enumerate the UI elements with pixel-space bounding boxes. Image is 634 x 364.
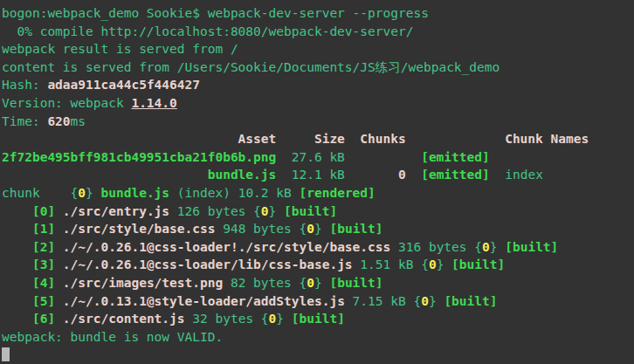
text-run: } <box>86 186 100 200</box>
text-run <box>55 222 63 236</box>
text-run: 32 bytes { <box>185 312 269 326</box>
text-run: adaa911ca44c5f446427 <box>47 78 200 92</box>
text-run: [built] <box>329 222 382 236</box>
text-run: } <box>490 240 505 254</box>
text-run: [emitted] <box>421 150 490 164</box>
terminal-line-8: 2f72be495bff981cb49951cba21f0b6b.png 27.… <box>2 148 634 167</box>
text-run <box>55 204 63 218</box>
terminal-line-9: bundle.js 12.1 kB 0 [emitted] index <box>2 166 634 184</box>
text-run <box>55 240 63 254</box>
text-run: ./~/.0.26.1@css-loader/lib/css-base.js <box>63 258 353 271</box>
terminal-line-12: [1] ./src/style/base.css 948 bytes {0} [… <box>2 220 634 238</box>
text-run: } <box>314 222 329 236</box>
text-run: 0 <box>307 276 314 290</box>
terminal-line-15: [4] ./src/images/test.png 82 bytes {0} [… <box>2 274 634 292</box>
text-run: 620 <box>47 114 70 128</box>
terminal-line-1: 0% compile http://localhost:8080/webpack… <box>2 23 634 41</box>
terminal-line-6: Time: 620ms <box>2 113 634 131</box>
text-run: 0 <box>261 204 269 218</box>
terminal-line-10: chunk {0} bundle.js (index) 10.2 kB [ren… <box>2 184 634 203</box>
text-run: Hash: <box>2 78 47 92</box>
text-run: 948 bytes { <box>215 222 307 236</box>
terminal-line-0: bogon:webpack_demo Sookie$ webpack-dev-s… <box>2 4 634 23</box>
text-run: 0 <box>307 222 314 236</box>
terminal-line-16: [5] ./~/.0.13.1@style-loader/addStyles.j… <box>2 292 634 311</box>
text-run: [3] <box>32 258 55 271</box>
terminal-line-5: Version: webpack 1.14.0 <box>2 94 634 113</box>
text-run: 126 bytes { <box>169 204 261 218</box>
text-run: chunk { <box>2 186 78 200</box>
text-run: [1] <box>32 222 55 236</box>
terminal-line-17: [6] ./src/content.js 32 bytes {0} [built… <box>2 310 634 328</box>
text-run <box>2 222 32 236</box>
text-run: bogon:webpack_demo Sookie$ webpack-dev-s… <box>2 6 429 20</box>
text-run <box>2 258 32 271</box>
text-run <box>2 276 32 290</box>
text-run: 0 <box>78 186 86 200</box>
terminal-cursor <box>2 347 10 361</box>
text-run: 27.6 kB <box>276 150 421 164</box>
text-run: [built] <box>329 276 382 290</box>
terminal-line-14: [3] ./~/.0.26.1@css-loader/lib/css-base.… <box>2 256 634 274</box>
text-run: } <box>269 204 284 218</box>
text-run: [6] <box>32 312 55 326</box>
text-run: } <box>314 276 329 290</box>
text-run <box>55 312 63 326</box>
text-run: Asset Size Chunks Chunk Names <box>2 132 589 146</box>
text-run: webpack: bundle is now VALID. <box>2 330 223 344</box>
text-run: [built] <box>505 240 558 254</box>
text-run <box>2 294 32 308</box>
text-run: index <box>490 168 543 182</box>
text-run: 0 <box>421 294 429 308</box>
text-run: bundle.js <box>101 186 170 200</box>
terminal-line-2: webpack result is served from / <box>2 40 634 58</box>
text-run: 7.15 kB { <box>345 294 421 308</box>
terminal-line-13: [2] ./~/.0.26.1@css-loader!./src/style/b… <box>2 238 634 257</box>
text-run: 82 bytes { <box>223 276 307 290</box>
terminal-line-3: content is served from /Users/Sookie/Doc… <box>2 58 634 77</box>
text-run: [built] <box>292 312 345 326</box>
text-run <box>55 258 63 271</box>
text-run: ./src/entry.js <box>63 204 169 218</box>
text-run: ./src/style/base.css <box>63 222 216 236</box>
text-run <box>55 294 63 308</box>
text-run: Version: webpack <box>2 96 131 110</box>
text-run: 1.14.0 <box>131 96 176 110</box>
text-run: 0 <box>269 312 277 326</box>
text-run: ms <box>71 114 86 128</box>
terminal-line-18: webpack: bundle is now VALID. <box>2 328 634 347</box>
text-run: 0 <box>482 240 490 254</box>
text-run: ./src/images/test.png <box>63 276 223 290</box>
text-run: 1.51 kB { <box>353 258 429 271</box>
text-run: content is served from /Users/Sookie/Doc… <box>2 60 500 74</box>
text-run: Time: <box>2 114 47 128</box>
text-run: ./src/content.js <box>63 312 185 326</box>
text-run: webpack result is served from / <box>2 42 238 56</box>
text-run <box>2 312 32 326</box>
text-run: [0] <box>32 204 55 218</box>
text-run: 2f72be495bff981cb49951cba21f0b6b.png <box>2 150 276 164</box>
text-run: [4] <box>32 276 55 290</box>
text-run: [built] <box>451 258 505 271</box>
terminal-line-7: Asset Size Chunks Chunk Names <box>2 130 634 148</box>
text-run: 0% compile http://localhost:8080/webpack… <box>2 24 413 38</box>
text-run: [5] <box>32 294 55 308</box>
text-run: [built] <box>444 294 497 308</box>
text-run: [2] <box>32 240 55 254</box>
text-run <box>406 168 421 182</box>
text-run: 0 <box>429 258 437 271</box>
text-run: } <box>437 258 451 271</box>
terminal-line-4: Hash: adaa911ca44c5f446427 <box>2 76 634 94</box>
text-run: 0 <box>398 168 406 182</box>
text-run: ./~/.0.26.1@css-loader!./src/style/base.… <box>63 240 390 254</box>
text-run: 316 bytes { <box>390 240 482 254</box>
terminal[interactable]: bogon:webpack_demo Sookie$ webpack-dev-s… <box>0 0 634 364</box>
text-run: } <box>429 294 444 308</box>
terminal-cursor-line <box>2 346 634 364</box>
text-run: } <box>276 312 291 326</box>
text-run: 12.1 kB <box>276 168 398 182</box>
text-run: ./~/.0.13.1@style-loader/addStyles.js <box>63 294 345 308</box>
text-run: [rendered] <box>300 186 376 200</box>
text-run: (index) 10.2 kB <box>169 186 299 200</box>
text-run <box>2 204 32 218</box>
